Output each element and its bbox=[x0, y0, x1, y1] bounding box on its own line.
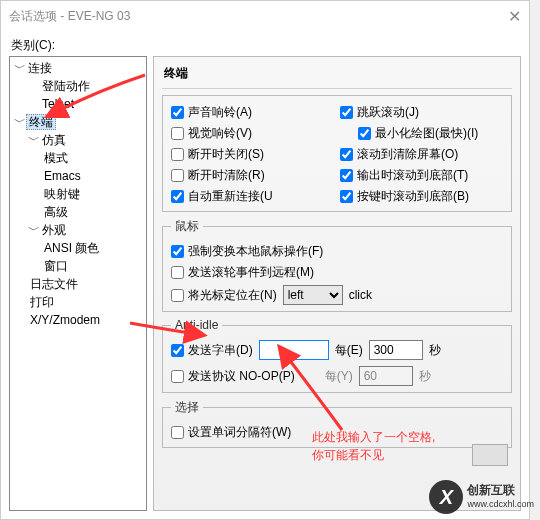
chevron-down-icon[interactable]: ﹀ bbox=[14, 113, 26, 131]
cb-audio-bell[interactable]: 声音响铃(A) bbox=[171, 104, 334, 121]
label-every-e: 每(E) bbox=[335, 342, 363, 359]
legend-anti-idle: Anti-idle bbox=[171, 318, 222, 332]
cb-send-string[interactable]: 发送字串(D) bbox=[171, 342, 253, 359]
tree-item-ansi-color[interactable]: ANSI 颜色 bbox=[42, 239, 146, 257]
chevron-down-icon[interactable]: ﹀ bbox=[28, 131, 40, 149]
select-cursor-pos[interactable]: left bbox=[283, 285, 343, 305]
input-every-y bbox=[359, 366, 413, 386]
label-every-y: 每(Y) bbox=[325, 368, 353, 385]
tree-item-window[interactable]: 窗口 bbox=[42, 257, 146, 275]
label-click: click bbox=[349, 288, 372, 302]
titlebar: 会话选项 - EVE-NG 03 ✕ bbox=[1, 1, 529, 31]
group-select: 选择 设置单词分隔符(W) bbox=[162, 399, 512, 448]
label-sec-2: 秒 bbox=[419, 368, 431, 385]
cb-force-local-mouse[interactable]: 强制变换本地鼠标操作(F) bbox=[171, 243, 503, 260]
cb-scroll-clear[interactable]: 滚动到清除屏幕(O) bbox=[340, 146, 503, 163]
group-general: 声音响铃(A) 视觉响铃(V) 断开时关闭(S) 断开时清除(R) 自动重新连接… bbox=[162, 95, 512, 212]
cb-visual-bell[interactable]: 视觉响铃(V) bbox=[171, 125, 334, 142]
tree-item-terminal[interactable]: ﹀终端 ﹀仿真 模式 Emacs 映射键 高级 ﹀外观 bbox=[14, 113, 146, 329]
button-stub-1[interactable] bbox=[472, 444, 508, 466]
close-icon[interactable]: ✕ bbox=[508, 7, 521, 26]
cb-close-on-disconnect[interactable]: 断开时关闭(S) bbox=[171, 146, 334, 163]
cb-clear-on-disconnect[interactable]: 断开时清除(R) bbox=[171, 167, 334, 184]
cb-send-noop[interactable]: 发送协议 NO-OP(P) bbox=[171, 368, 295, 385]
cb-jump-scroll[interactable]: 跳跃滚动(J) bbox=[340, 104, 503, 121]
tree-item-mapkey[interactable]: 映射键 bbox=[42, 185, 146, 203]
tree-item-logfile[interactable]: 日志文件 bbox=[28, 275, 146, 293]
cb-word-delim[interactable]: 设置单词分隔符(W) bbox=[171, 424, 291, 441]
button-bar bbox=[472, 444, 508, 466]
input-every-e[interactable] bbox=[369, 340, 423, 360]
tree-item-connection[interactable]: ﹀连接 登陆动作 Telnet bbox=[14, 59, 146, 113]
cb-min-drawing[interactable]: 最小化绘图(最快)(I) bbox=[340, 125, 503, 142]
panel-title: 终端 bbox=[162, 61, 512, 89]
cb-scroll-bottom-output[interactable]: 输出时滚动到底部(T) bbox=[340, 167, 503, 184]
watermark: X 创新互联 www.cdcxhl.com bbox=[429, 480, 534, 514]
settings-panel: 终端 声音响铃(A) 视觉响铃(V) 断开时关闭(S) 断开时清除(R) 自动重… bbox=[153, 56, 521, 511]
chevron-down-icon[interactable]: ﹀ bbox=[28, 221, 40, 239]
legend-mouse: 鼠标 bbox=[171, 218, 203, 235]
group-mouse: 鼠标 强制变换本地鼠标操作(F) 发送滚轮事件到远程(M) 将光标定位在(N) … bbox=[162, 218, 512, 312]
tree-item-emulation[interactable]: ﹀仿真 模式 Emacs 映射键 高级 bbox=[28, 131, 146, 221]
window-title: 会话选项 - EVE-NG 03 bbox=[9, 8, 130, 25]
label-sec-1: 秒 bbox=[429, 342, 441, 359]
cb-send-wheel-remote[interactable]: 发送滚轮事件到远程(M) bbox=[171, 264, 503, 281]
tree-item-mode[interactable]: 模式 bbox=[42, 149, 146, 167]
legend-select: 选择 bbox=[171, 399, 203, 416]
cb-position-cursor[interactable]: 将光标定位在(N) bbox=[171, 287, 277, 304]
category-tree[interactable]: ﹀连接 登陆动作 Telnet ﹀终端 ﹀仿真 模式 Emacs bbox=[9, 56, 147, 511]
cb-scroll-bottom-key[interactable]: 按键时滚动到底部(B) bbox=[340, 188, 503, 205]
chevron-down-icon[interactable]: ﹀ bbox=[14, 59, 26, 77]
tree-item-xyzmodem[interactable]: X/Y/Zmodem bbox=[28, 311, 146, 329]
group-anti-idle: Anti-idle 发送字串(D) 每(E) 秒 发送协议 NO-OP(P) bbox=[162, 318, 512, 393]
tree-item-print[interactable]: 打印 bbox=[28, 293, 146, 311]
cb-auto-reconnect[interactable]: 自动重新连接(U bbox=[171, 188, 334, 205]
tree-item-login-action[interactable]: 登陆动作 bbox=[28, 77, 146, 95]
tree-item-appearance[interactable]: ﹀外观 ANSI 颜色 窗口 bbox=[28, 221, 146, 275]
tree-item-telnet[interactable]: Telnet bbox=[28, 95, 146, 113]
category-label: 类别(C): bbox=[11, 37, 521, 54]
tree-item-advanced[interactable]: 高级 bbox=[42, 203, 146, 221]
input-send-string[interactable] bbox=[259, 340, 329, 360]
tree-item-emacs[interactable]: Emacs bbox=[42, 167, 146, 185]
watermark-logo: X bbox=[429, 480, 463, 514]
